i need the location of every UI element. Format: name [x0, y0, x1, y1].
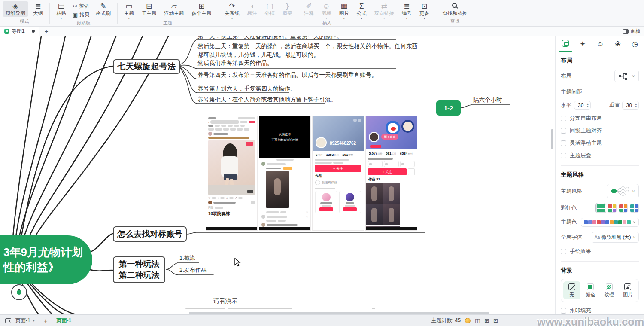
rainbow-option-2[interactable] — [608, 204, 617, 213]
document-tab[interactable]: 导图1 — [0, 27, 39, 36]
follow-button: + 关注 — [368, 168, 407, 175]
numbering-button[interactable]: ≣ 编号 ▾ — [399, 1, 415, 20]
flower-icon: ❀ — [615, 40, 621, 48]
vertical-spacing-stepper[interactable]: 30 ▴▾ — [622, 101, 639, 110]
icon-marker-button[interactable]: ☺ 图标 ▾ — [319, 1, 334, 20]
formula-button[interactable]: Σ 公式 ▾ — [354, 1, 370, 20]
rainbow-option-3[interactable] — [619, 204, 628, 213]
subtopic-button[interactable]: ⊟ 子主题 — [139, 1, 160, 17]
note-day2[interactable]: 第二天：换上第一天准备好的资料。重复第一天的操作。 — [197, 36, 343, 40]
add-document-tab-button[interactable]: + — [39, 27, 54, 35]
tab-style[interactable]: ✦ — [580, 40, 586, 52]
relation-line-button[interactable]: ↷ 关系线 ▾ — [222, 1, 243, 20]
bidirectional-link-button[interactable]: ⇄ 双向链接 ▾ — [371, 1, 397, 20]
grid-view-icon[interactable]: ⊞ — [484, 317, 489, 324]
note-interval[interactable]: 隔六个小时 — [473, 96, 502, 104]
topic-node-1-2-badge[interactable]: 1-2 — [436, 100, 461, 116]
tab-materials[interactable]: ❀ — [615, 40, 621, 52]
dropdown-caret: ▾ — [60, 17, 62, 20]
topic-node-find-benchmark[interactable]: 怎么去找对标账号 — [113, 226, 187, 242]
root-topic-node[interactable]: 3年9月尤物计划 性的利益》 — [0, 235, 92, 284]
image-button[interactable]: ▦ 图片 ▾ — [336, 1, 352, 20]
floating-topic-button[interactable]: ▱ 浮动主题 — [161, 1, 187, 17]
page-overview-icon[interactable] — [5, 318, 11, 323]
home-indicator — [366, 227, 417, 230]
profile-header: 89254682762 — [313, 116, 364, 151]
summary-button[interactable]: } 概要 — [279, 1, 295, 17]
panel-toggle-button[interactable]: 面板 — [623, 28, 644, 34]
comment-button[interactable]: ✐ 注释 — [301, 1, 317, 17]
theme-color-label: 主题色 — [561, 219, 577, 226]
mindmap-mode-button[interactable]: ◈ 思维导图 — [3, 1, 28, 17]
topic-node-seven-day-method[interactable]: 七天螺旋起号法 — [113, 59, 180, 74]
screenshot-profile-works: 椰子白白 5.0万获赞 561关注 6534粉丝 + 关注 — [365, 116, 417, 231]
checkbox-flexible-floating[interactable]: 灵活浮动主题 — [561, 140, 639, 147]
format-painter-button[interactable]: ✎ 格式刷 — [93, 1, 114, 17]
chevron-down-icon: ∨ — [632, 74, 635, 78]
checkbox-free-layout[interactable]: 分支自由布局 — [561, 115, 639, 122]
checkbox-watermark-fill[interactable]: 水印填充 — [561, 307, 639, 314]
tab-stickers[interactable]: ☺ — [596, 40, 604, 52]
note-day4[interactable]: 养号第四天：发布第三天准备好的作品。以后每一天都要刷垂直账号。 — [197, 71, 377, 79]
global-font-dropdown[interactable]: Aa 微软雅黑 (大) ∨ — [592, 232, 639, 243]
outline-mode-button[interactable]: ≣ 大纲 — [30, 1, 46, 17]
highlight-chip — [283, 167, 292, 170]
page-tab-active[interactable]: 页面-1 — [56, 317, 71, 324]
note-day5-6[interactable]: 养号第五到六天：重复第四天的操作。 — [197, 85, 296, 93]
note-day3[interactable]: 然后第三天：重复第一天的操作，然后在商城买一个，跟女性相关的小物件。任何东西 都… — [197, 42, 418, 67]
theme-style-label: 主题风格 — [561, 188, 582, 195]
rainbow-option-4[interactable] — [630, 204, 639, 213]
rainbow-option-1[interactable] — [596, 204, 605, 213]
medal-icon — [465, 318, 471, 323]
copy-button[interactable]: ▣ 拷贝 — [71, 11, 91, 18]
note-play-child-1[interactable]: 1.截流 — [179, 254, 195, 262]
bg-option-image[interactable]: 图片 — [620, 281, 637, 299]
comment-photo-thumbnail — [266, 171, 289, 208]
bg-option-none[interactable]: 无 — [563, 281, 580, 299]
fit-window-icon[interactable]: ⊡ — [493, 317, 498, 324]
cut-button[interactable]: ✂ 剪切 — [71, 3, 91, 10]
find-replace-icon — [451, 3, 459, 10]
bg-option-texture[interactable]: 纹理 — [601, 281, 618, 299]
paste-button[interactable]: ▤ 粘贴 ▾ — [53, 1, 69, 20]
topic-button[interactable]: ▭ 主题 ▾ — [121, 1, 137, 20]
chevron-down-icon: ∨ — [633, 220, 636, 224]
suggested-users — [313, 189, 364, 215]
attached-screenshots-image[interactable]: ‹ ♡ ◌ ☆ ↗ — [206, 116, 417, 231]
comment-count-icon: ◌ — [217, 197, 219, 199]
find-replace-button[interactable]: 查找和替换 — [440, 1, 471, 17]
page-dropdown[interactable]: 页面-1 ▾ — [15, 317, 35, 324]
mindmap-canvas[interactable]: 3年9月尤物计划 性的利益》 七天螺旋起号法 怎么去找对标账号 第一种玩法 第二… — [0, 36, 555, 314]
chevron-down-icon: ▾ — [33, 319, 35, 323]
status-bar: 页面-1 ▾ + 页面-1 主题计数: 45 ◫ ⊞ ⊡ www.xunibao… — [0, 314, 644, 326]
checkbox-sketch-effect[interactable]: 手绘效果 — [561, 248, 639, 255]
bg-option-color[interactable]: 颜色 — [582, 281, 599, 299]
boundary-button[interactable]: ▢ 外框 — [262, 1, 278, 17]
theme-color-dropdown[interactable]: ∨ — [581, 218, 639, 227]
vertical-scrollbar[interactable] — [551, 129, 553, 149]
theme-style-dropdown[interactable]: ∨ — [607, 184, 639, 198]
tab-layout[interactable] — [562, 40, 569, 52]
note-demo[interactable]: 请看演示 — [213, 297, 237, 305]
floating-presenter-button[interactable] — [11, 284, 27, 300]
multi-topic-button[interactable]: ⊞ 多个主题 — [188, 1, 214, 17]
topic-count: 主题计数: 45 — [431, 317, 461, 324]
profile-stats: 6关注 1253粉丝 101获赞 — [313, 151, 364, 158]
tab-history[interactable]: ◷ — [632, 40, 638, 52]
document-tab-label: 导图1 — [12, 27, 25, 35]
mindmap-app-window: ◈ 思维导图 ≣ 大纲 模式 ▤ 粘贴 ▾ ✂ — [0, 0, 644, 326]
add-page-button[interactable]: + — [44, 317, 48, 324]
topic-node-play-methods[interactable]: 第一种玩法 第二种玩法 — [113, 256, 165, 283]
layout-dropdown[interactable]: ∨ — [614, 70, 639, 82]
callout-button[interactable]: ◖ 标注 — [244, 1, 260, 17]
checkbox-sibling-align[interactable]: 同级主题对齐 — [561, 127, 639, 134]
root-topic-line1: 3年9月尤物计划 — [3, 245, 92, 260]
works-label: 作品 51 — [366, 175, 417, 182]
reading-view-icon[interactable]: ◫ — [475, 317, 480, 324]
checkbox-topic-overlap[interactable]: 主题层叠 — [561, 152, 639, 159]
note-day7[interactable]: 养号第七天：在个人简介或者其他地方留下钩子引流。 — [197, 96, 337, 104]
dropdown-caret: ▾ — [128, 17, 130, 20]
horizontal-spacing-stepper[interactable]: 30 ▴▾ — [574, 101, 591, 110]
note-play-child-2[interactable]: 2.发布作品 — [179, 266, 207, 274]
more-button[interactable]: ⊡ 更多 ▾ — [416, 1, 432, 20]
